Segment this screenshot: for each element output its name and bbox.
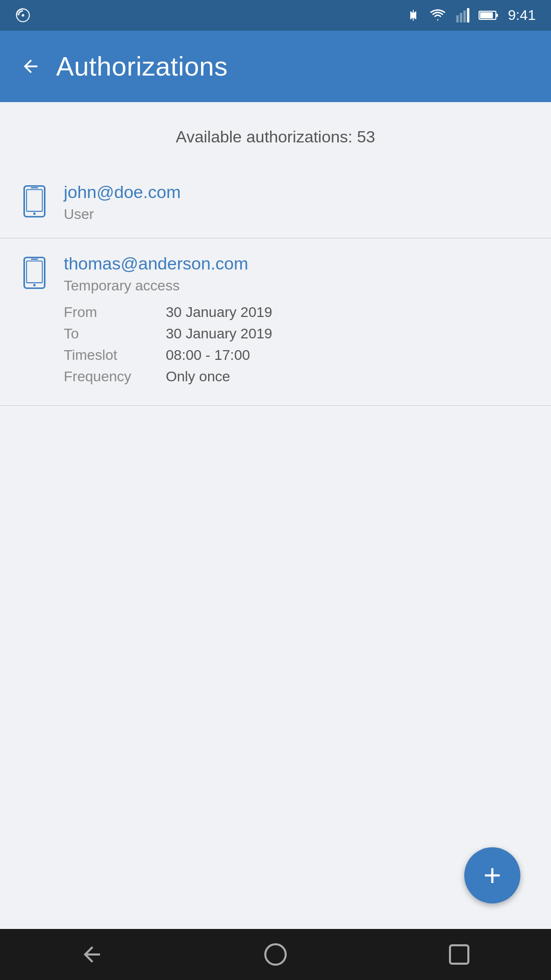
nav-back-icon: [80, 942, 104, 967]
svg-rect-7: [496, 14, 498, 17]
extra-row-frequency: Frequency Only once: [64, 369, 531, 385]
auth-item-email-john: john@doe.com: [64, 182, 531, 202]
auth-item-email-thomas: thomas@anderson.com: [64, 254, 531, 274]
svg-rect-14: [27, 261, 42, 283]
auth-item-thomas[interactable]: thomas@anderson.com Temporary access Fro…: [0, 238, 551, 405]
nav-home-icon: [263, 942, 288, 967]
svg-rect-8: [480, 12, 493, 18]
svg-point-1: [22, 14, 24, 17]
svg-point-11: [33, 212, 36, 215]
svg-rect-9: [24, 186, 44, 216]
phone-icon-john: [20, 185, 48, 220]
auth-item-details-john: john@doe.com User: [64, 182, 531, 223]
back-button[interactable]: [20, 56, 41, 77]
timeslot-label: Timeslot: [64, 347, 166, 363]
available-count: Available authorizations: 53: [0, 102, 551, 167]
svg-point-17: [265, 944, 286, 965]
from-label: From: [64, 304, 166, 321]
from-value: 30 January 2019: [166, 304, 272, 321]
svg-rect-5: [467, 8, 469, 22]
page-title: Authorizations: [56, 51, 228, 82]
divider-2: [0, 405, 551, 406]
to-label: To: [64, 326, 166, 342]
extra-row-to: To 30 January 2019: [64, 326, 531, 342]
battery-icon: [479, 8, 499, 22]
svg-rect-2: [456, 15, 459, 22]
phone-icon-thomas: [20, 256, 48, 291]
auth-item-role-thomas: Temporary access: [64, 278, 531, 294]
svg-rect-3: [460, 13, 462, 22]
svg-point-15: [33, 284, 36, 286]
signal-icon: [15, 8, 31, 23]
add-icon: +: [483, 860, 501, 891]
nav-home-button[interactable]: [263, 942, 288, 967]
back-arrow-icon: [20, 56, 41, 77]
auth-item-john[interactable]: john@doe.com User: [0, 167, 551, 238]
status-time: 9:41: [508, 7, 536, 23]
svg-rect-13: [24, 257, 44, 288]
extra-row-timeslot: Timeslot 08:00 - 17:00: [64, 347, 531, 363]
frequency-label: Frequency: [64, 369, 166, 385]
wifi-icon: [430, 8, 446, 22]
auth-item-details-thomas: thomas@anderson.com Temporary access Fro…: [64, 254, 531, 390]
timeslot-value: 08:00 - 17:00: [166, 347, 250, 363]
add-authorization-button[interactable]: +: [464, 847, 520, 903]
status-icons: 9:41: [406, 7, 536, 23]
svg-rect-18: [450, 945, 468, 964]
to-value: 30 January 2019: [166, 326, 272, 342]
svg-rect-4: [463, 11, 466, 22]
data-icon: [455, 8, 469, 22]
svg-rect-10: [27, 189, 42, 211]
extra-row-from: From 30 January 2019: [64, 304, 531, 321]
frequency-value: Only once: [166, 369, 230, 385]
nav-back-button[interactable]: [80, 942, 104, 967]
bluetooth-icon: [406, 8, 420, 22]
nav-recents-icon: [447, 942, 471, 967]
status-bar-left: [15, 8, 31, 23]
bottom-nav: [0, 929, 551, 980]
nav-recents-button[interactable]: [447, 942, 471, 967]
auth-item-role-john: User: [64, 206, 531, 223]
auth-item-extra-thomas: From 30 January 2019 To 30 January 2019 …: [64, 304, 531, 385]
content: Available authorizations: 53 john@doe.co…: [0, 102, 551, 929]
app-bar: Authorizations: [0, 31, 551, 102]
status-bar: 9:41: [0, 0, 551, 31]
